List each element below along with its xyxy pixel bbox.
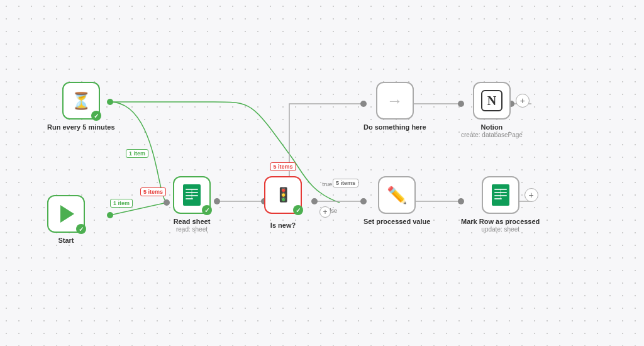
signs-icon: 🚦 — [275, 187, 292, 203]
read-sheet-box[interactable]: ✓ — [173, 176, 211, 214]
is-new-check-badge: ✓ — [293, 205, 303, 215]
start-item-badge: 1 item — [110, 199, 133, 208]
set-processed-box[interactable]: ✏️ — [378, 176, 416, 214]
read-sheet-sublabel: read: sheet — [176, 226, 208, 233]
svg-marker-14 — [164, 200, 167, 205]
is-new-box[interactable]: 🚦 ✓ — [264, 176, 302, 214]
do-something-node[interactable]: → Do something here — [364, 82, 426, 131]
true-label: true — [322, 181, 332, 187]
read-sheet-label: Read sheet — [174, 218, 211, 225]
start-check-badge: ✓ — [76, 224, 86, 234]
read-sheet-input-badge: 5 items — [140, 187, 166, 196]
is-new-true-badge: 5 items — [333, 179, 358, 187]
notion-node[interactable]: N + Notion create: databasePage — [461, 82, 523, 138]
schedule-node[interactable]: ⏳ ✓ Run every 5 minutes — [47, 82, 115, 131]
schedule-box[interactable]: ⏳ ✓ — [62, 82, 100, 120]
mark-row-box[interactable] — [482, 176, 519, 214]
svg-point-5 — [311, 198, 318, 204]
sheets-icon — [182, 184, 202, 206]
do-something-box[interactable]: → — [376, 82, 414, 120]
arrow-icon: → — [387, 91, 403, 111]
mark-row-node[interactable]: + Mark Row as processed update: sheet — [461, 176, 540, 233]
start-node[interactable]: ✓ Start — [47, 195, 85, 244]
false-plus-button[interactable]: + — [319, 206, 331, 218]
notion-sublabel: create: databasePage — [461, 131, 523, 138]
hourglass-icon: ⏳ — [71, 91, 91, 111]
is-new-node[interactable]: 5 items 🚦 ✓ true false 5 items + Is new? — [264, 176, 302, 229]
start-label: Start — [58, 237, 74, 244]
set-processed-node[interactable]: ✏️ Set processed value — [364, 176, 430, 225]
is-new-top-badge: 5 items — [270, 162, 296, 171]
read-check-badge: ✓ — [202, 205, 212, 215]
start-box[interactable]: ✓ — [47, 195, 85, 233]
do-something-label: Do something here — [364, 123, 426, 131]
mark-row-plus-button[interactable]: + — [525, 188, 538, 202]
schedule-item-badge: 1 item — [126, 149, 148, 158]
notion-plus-button[interactable]: + — [516, 94, 530, 108]
set-processed-label: Set processed value — [364, 218, 430, 225]
mark-row-sublabel: update: sheet — [481, 226, 519, 233]
notion-label: Notion — [481, 123, 503, 131]
pencil-icon: ✏️ — [387, 186, 407, 205]
mark-row-label: Mark Row as processed — [461, 218, 540, 225]
svg-point-3 — [214, 198, 220, 204]
notion-icon: N — [481, 90, 502, 111]
read-sheet-node[interactable]: 5 items ✓ Read sheet read: sheet — [173, 176, 211, 233]
svg-point-0 — [164, 199, 170, 206]
play-icon — [60, 205, 74, 223]
mark-row-sheets-icon — [491, 184, 511, 206]
notion-box[interactable]: N — [473, 82, 511, 120]
is-new-label: Is new? — [270, 221, 296, 229]
schedule-label: Run every 5 minutes — [47, 123, 115, 131]
svg-point-2 — [107, 212, 113, 218]
check-badge: ✓ — [91, 111, 101, 121]
